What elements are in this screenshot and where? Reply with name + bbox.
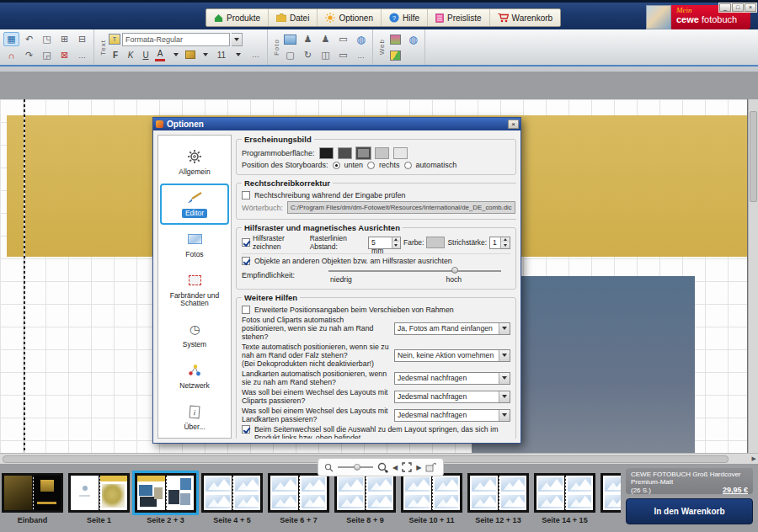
underline-button[interactable]: U [139, 49, 152, 61]
thumbnail-seite-2-3[interactable]: Seite 2 + 3 [135, 473, 196, 524]
layout-frame-button[interactable]: ▭ [335, 48, 351, 62]
menu-hilfe[interactable]: ? Hilfe [382, 9, 428, 26]
rotate-button[interactable]: ↻ [300, 48, 316, 62]
sensitivity-slider[interactable] [328, 267, 501, 275]
maximize-button[interactable]: □ [732, 3, 744, 12]
menu-datei[interactable]: Datei [269, 9, 318, 26]
menu-optionen[interactable]: Optionen [318, 9, 382, 26]
surface-swatch-2[interactable] [338, 147, 352, 159]
add-to-cart-button[interactable]: In den Warenkorb [626, 498, 753, 524]
surface-swatch-5[interactable] [393, 147, 408, 159]
zoom-out-icon[interactable] [324, 463, 334, 472]
thumbnail-seite-6-7[interactable]: Seite 6 + 7 [268, 473, 329, 524]
duplicate-button[interactable]: ⊞ [56, 32, 72, 46]
bold-button[interactable]: F [109, 49, 122, 61]
photo-effect-button[interactable]: ▭ [335, 32, 351, 46]
view-grid-button[interactable]: ▦ [3, 32, 19, 46]
extended-position-checkbox[interactable] [242, 306, 250, 314]
font-color-button[interactable]: A [154, 49, 166, 61]
fotos-position-select[interactable]: Ja, Fotos am Rand einfangen [394, 322, 510, 335]
layout-columns-button[interactable]: ◫ [318, 48, 334, 62]
sensitivity-slider-thumb[interactable] [451, 267, 458, 274]
slideshow-button[interactable] [387, 32, 403, 46]
photo-world-button[interactable] [387, 48, 403, 62]
chevron-down-icon[interactable] [499, 323, 510, 334]
menu-produkte[interactable]: Produkte [206, 9, 269, 26]
surface-swatch-1[interactable] [319, 147, 334, 159]
previous-page-icon[interactable]: ◀ [392, 464, 398, 471]
sidebar-item-system[interactable]: ◷ System [160, 315, 229, 356]
font-size-select[interactable]: 11 [215, 49, 228, 61]
crop-button[interactable]: ▢ [282, 48, 298, 62]
vertical-scrollbar-thumb[interactable] [750, 111, 757, 202]
thumbnail-seite-12-13[interactable]: Seite 12 + 13 [467, 473, 529, 524]
menu-preisliste[interactable]: Preisliste [428, 9, 490, 26]
more-text-button[interactable]: … [248, 48, 264, 62]
delete-frame-button[interactable]: ⊠ [56, 48, 72, 62]
thumbnail-seite-8-9[interactable]: Seite 8 + 9 [334, 473, 396, 524]
font-size-dropdown-icon[interactable] [230, 48, 246, 62]
font-color-dropdown-icon[interactable] [168, 48, 184, 62]
spacing-spinner[interactable]: 5 mm [368, 237, 401, 249]
more-edit-button[interactable]: … [74, 48, 90, 62]
next-page-icon[interactable]: ▶ [416, 464, 421, 471]
zoom-slider-thumb[interactable] [354, 464, 360, 471]
thumbnail-seite-14-15[interactable]: Seite 14 + 15 [534, 473, 595, 524]
sidebar-item-editor[interactable]: Editor [160, 184, 229, 225]
dialog-close-button[interactable]: × [508, 120, 519, 129]
redo-button[interactable]: ↷ [21, 48, 37, 62]
vertical-scrollbar[interactable] [748, 99, 758, 453]
face-tag-button[interactable]: ♟ [300, 32, 316, 46]
duplicate-down-button[interactable]: ⊟ [74, 32, 90, 46]
minimize-button[interactable]: _ [719, 3, 731, 12]
more-foto-button[interactable]: … [353, 48, 369, 62]
web-globe-button[interactable]: ◍ [405, 32, 421, 46]
zoom-in-icon[interactable] [377, 462, 388, 473]
texte-position-select[interactable]: Nein, keine Aktion vornehmen [394, 349, 510, 362]
thumbnail-seite-4-5[interactable]: Seite 4 + 5 [201, 473, 263, 524]
close-button[interactable]: × [745, 3, 756, 12]
send-backward-button[interactable]: ◲ [39, 48, 55, 62]
italic-button[interactable]: K [124, 49, 137, 61]
zoom-slider[interactable] [338, 466, 373, 468]
surface-swatch-4[interactable] [375, 147, 389, 159]
page-switch-layout-checkbox[interactable] [242, 425, 250, 434]
chevron-down-icon[interactable] [499, 391, 510, 402]
thumbnail-seite-10-11[interactable]: Seite 10 + 11 [401, 473, 462, 524]
thumbnail-seite-1[interactable]: Seite 1 [68, 473, 130, 524]
product-price[interactable]: 29,95 € [723, 486, 748, 494]
highlight-color-button[interactable] [185, 51, 195, 59]
magnet-button[interactable]: ∩ [3, 48, 19, 62]
menu-warenkorb[interactable]: Warenkorb [490, 9, 561, 26]
photo-globe-button[interactable]: ◍ [353, 32, 369, 46]
thumbnail-einband[interactable]: Einband [2, 473, 63, 524]
layout-cliparts-select[interactable]: Jedesmal nachfragen [394, 391, 510, 403]
page-preview-icon[interactable] [425, 462, 436, 472]
dialog-titlebar[interactable]: Optionen × [153, 118, 520, 130]
surface-swatch-3[interactable] [356, 147, 371, 159]
add-text-icon[interactable]: T [109, 34, 120, 45]
sidebar-item-farbraender[interactable]: Farbränder und Schatten [160, 266, 229, 315]
font-family-select[interactable]: Formata-Regular [122, 33, 230, 46]
dictionary-path-input[interactable]: C:/Program Files/dm/dm-Fotowelt/Resource… [287, 201, 515, 214]
spin-down-icon[interactable] [501, 242, 510, 248]
add-photo-button[interactable] [282, 32, 298, 46]
snap-checkbox[interactable] [242, 257, 250, 265]
scroll-right-icon[interactable]: ▶ [752, 455, 756, 462]
landkarten-position-select[interactable]: Jedesmal nachfragen [394, 372, 510, 385]
sidebar-item-ueber[interactable]: i Über... [160, 397, 229, 439]
draw-grid-checkbox[interactable] [242, 238, 250, 247]
face-search-button[interactable]: ♟ [318, 32, 334, 46]
bring-forward-button[interactable]: ◳ [39, 32, 55, 46]
sidebar-item-allgemein[interactable]: Allgemein [160, 142, 229, 184]
radio-rechts[interactable] [367, 162, 375, 169]
undo-button[interactable]: ↶ [21, 32, 37, 46]
fit-page-icon[interactable] [402, 462, 412, 472]
font-family-dropdown-icon[interactable] [232, 33, 243, 46]
chevron-down-icon[interactable] [499, 410, 510, 421]
sidebar-item-netzwerk[interactable]: Netzwerk [160, 356, 229, 397]
spellcheck-checkbox[interactable] [242, 191, 250, 200]
chevron-down-icon[interactable] [499, 350, 510, 361]
radio-automatisch[interactable] [404, 162, 412, 169]
stroke-spinner[interactable]: 1 [489, 237, 510, 249]
